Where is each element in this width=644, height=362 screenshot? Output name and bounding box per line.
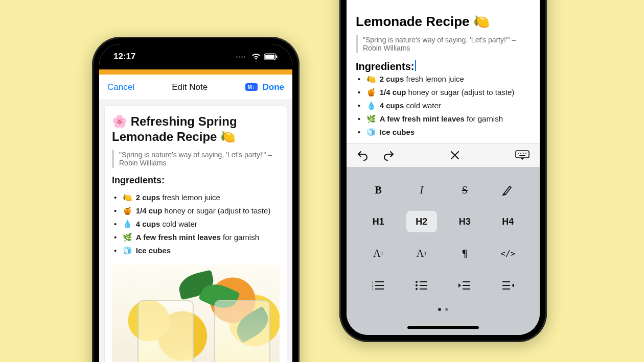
- strikethrough-button[interactable]: S: [449, 179, 480, 201]
- battery-icon: [264, 53, 278, 60]
- done-button[interactable]: Done: [263, 82, 285, 92]
- svg-rect-8: [519, 155, 525, 156]
- svg-rect-2: [276, 56, 278, 58]
- list-item: 💧4 cups cold water: [114, 218, 280, 231]
- svg-point-5: [520, 153, 521, 154]
- h2-button[interactable]: H2: [406, 211, 437, 232]
- svg-marker-21: [458, 283, 461, 287]
- cancel-button[interactable]: Cancel: [107, 82, 134, 92]
- note-title[interactable]: Lemonade Recipe 🍋: [356, 14, 531, 30]
- subscript-button[interactable]: A1: [363, 243, 394, 264]
- recipe-photo: [112, 264, 280, 362]
- status-bar: 12:17: [99, 44, 292, 69]
- svg-text:3: 3: [372, 287, 374, 290]
- h3-button[interactable]: H3: [449, 211, 480, 232]
- paragraph-button[interactable]: ¶: [449, 243, 480, 264]
- panel-page-indicator: [357, 308, 530, 311]
- svg-point-16: [416, 284, 418, 286]
- list-item: 🧊Ice cubes: [114, 244, 280, 257]
- redo-button[interactable]: [380, 148, 397, 163]
- h4-button[interactable]: H4: [493, 211, 523, 232]
- svg-point-7: [525, 153, 526, 154]
- phone-frame-left: 12:17 Cancel Edit Note M↓ Done: [92, 37, 300, 362]
- ingredients-heading[interactable]: Ingredients:: [112, 175, 280, 186]
- markdown-badge[interactable]: M↓: [245, 83, 258, 91]
- svg-marker-25: [512, 283, 514, 287]
- list-item: 💧4 cups cold water: [358, 99, 531, 112]
- cell-signal-icon: [236, 56, 245, 58]
- note-card[interactable]: Lemonade Recipe 🍋 "Spring is nature's wa…: [347, 6, 540, 143]
- format-toolbar: [347, 143, 540, 167]
- close-formatting-button[interactable]: [448, 148, 462, 162]
- note-card[interactable]: 🌸 Refreshing Spring Lemonade Recipe 🍋 "S…: [104, 105, 287, 362]
- note-quote[interactable]: "Spring is nature's way of saying, 'Let'…: [112, 150, 280, 168]
- svg-rect-1: [265, 55, 274, 59]
- show-keyboard-button[interactable]: [513, 148, 532, 162]
- ingredients-heading[interactable]: Ingredients:: [356, 60, 531, 73]
- superscript-button[interactable]: A1: [406, 243, 437, 264]
- note-title[interactable]: 🌸 Refreshing Spring Lemonade Recipe 🍋: [112, 114, 280, 144]
- svg-rect-3: [516, 151, 529, 158]
- list-item: 🍋2 cups fresh lemon juice: [358, 73, 531, 86]
- bold-button[interactable]: B: [363, 179, 394, 201]
- undo-button[interactable]: [355, 148, 371, 163]
- accent-strip: [99, 69, 292, 75]
- list-item: 🍋2 cups fresh lemon juice: [114, 191, 280, 204]
- phone-frame-right: Lemonade Recipe 🍋 "Spring is nature's wa…: [339, 0, 547, 342]
- code-button[interactable]: </>: [493, 243, 523, 264]
- formatting-panel: B I S H1 H2 H3 H4 A1 A1 ¶ </>: [347, 167, 540, 335]
- ingredients-list[interactable]: 🍋2 cups fresh lemon juice 🍯1/4 cup honey…: [356, 73, 531, 139]
- svg-point-17: [416, 288, 418, 290]
- list-item: 🌿A few fresh mint leaves for garnish: [358, 112, 531, 126]
- navigation-bar: Cancel Edit Note M↓ Done: [99, 75, 292, 100]
- list-item: 🍯1/4 cup honey or sugar (adjust to taste…: [114, 204, 280, 218]
- wifi-icon: [251, 53, 261, 60]
- highlight-button[interactable]: [493, 179, 523, 201]
- home-indicator: [407, 326, 479, 329]
- unordered-list-button[interactable]: [406, 274, 437, 296]
- list-item: 🌿A few fresh mint leaves for garnish: [114, 231, 280, 244]
- note-quote[interactable]: "Spring is nature's way of saying, 'Let'…: [356, 35, 531, 53]
- ordered-list-button[interactable]: 123: [363, 274, 394, 296]
- h1-button[interactable]: H1: [363, 211, 394, 232]
- svg-point-15: [416, 281, 418, 283]
- list-item: 🍯1/4 cup honey or sugar (adjust to taste…: [358, 86, 531, 99]
- svg-point-6: [523, 153, 524, 154]
- indent-button[interactable]: [449, 274, 480, 296]
- italic-button[interactable]: I: [406, 179, 437, 201]
- list-item: 🧊Ice cubes: [358, 126, 531, 139]
- svg-point-4: [518, 153, 519, 154]
- editor-scroll-area[interactable]: 🌸 Refreshing Spring Lemonade Recipe 🍋 "S…: [99, 100, 292, 362]
- page-title: Edit Note: [134, 82, 245, 92]
- outdent-button[interactable]: [493, 274, 523, 296]
- clock: 12:17: [113, 52, 135, 62]
- ingredients-list[interactable]: 🍋2 cups fresh lemon juice 🍯1/4 cup honey…: [112, 191, 280, 257]
